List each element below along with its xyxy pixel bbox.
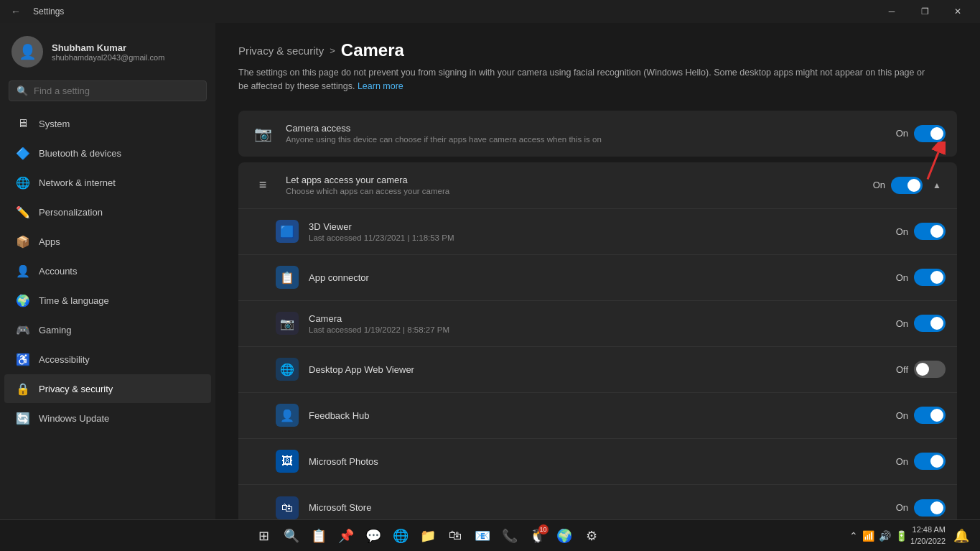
learn-more-link[interactable]: Learn more (358, 81, 403, 91)
personalization-nav-icon: ✏️ (16, 205, 30, 219)
sidebar-item-bluetooth[interactable]: 🔷 Bluetooth & devices (4, 139, 211, 167)
let-apps-state: On (873, 180, 885, 190)
search-taskbar[interactable]: 🔍 (279, 523, 304, 549)
breadcrumb-separator: > (330, 45, 335, 56)
taskbar-time[interactable]: 12:48 AM 1/20/2022 (910, 524, 946, 547)
app-toggle-0[interactable] (914, 223, 946, 240)
update-nav-label: Windows Update (39, 413, 109, 424)
camera-access-toggle[interactable] (914, 125, 946, 142)
sidebar-item-gaming[interactable]: 🎮 Gaming (4, 315, 211, 344)
gaming-nav-icon: 🎮 (16, 323, 30, 337)
description-text: The settings on this page do not prevent… (238, 68, 925, 91)
app-list-container: 🟦 3D Viewer Last accessed 11/23/2021 | 1… (238, 209, 957, 520)
system-nav-label: System (39, 119, 70, 129)
app-text-2: Camera Last accessed 1/19/2022 | 8:58:27… (309, 313, 885, 334)
accounts-nav-icon: 👤 (16, 264, 30, 278)
let-apps-expand-btn[interactable]: ▲ (928, 177, 946, 194)
privacy-nav-label: Privacy & security (39, 384, 113, 394)
personalization-nav-label: Personalization (39, 207, 103, 218)
sidebar-item-system[interactable]: 🖥 System (4, 109, 211, 138)
notification-btn[interactable]: 🔔 (948, 523, 974, 549)
sidebar-item-time[interactable]: 🌍 Time & language (4, 286, 211, 315)
app-text-5: Microsoft Photos (309, 456, 885, 467)
skype-btn[interactable]: 📞 (497, 523, 523, 549)
avatar: 👤 (11, 36, 43, 68)
app-toggle-2[interactable] (914, 315, 946, 332)
app-toggle-4[interactable] (914, 407, 946, 424)
sidebar-item-privacy[interactable]: 🔒 Privacy & security (4, 374, 211, 403)
camera-access-icon: 📷 (250, 121, 276, 147)
app-state-4: On (896, 410, 908, 421)
app-name-4: Feedback Hub (309, 410, 885, 421)
sidebar: 👤 Shubham Kumar shubhamdayal2043@gmail.c… (0, 23, 215, 519)
user-email: shubhamdayal2043@gmail.com (52, 53, 164, 62)
sidebar-item-personalization[interactable]: ✏️ Personalization (4, 198, 211, 226)
app-name-0: 3D Viewer (309, 221, 885, 232)
let-apps-desc: Choose which apps can access your camera (286, 187, 862, 195)
chrome-btn[interactable]: 🌍 (551, 523, 577, 549)
app-toggle-track-4 (914, 407, 946, 424)
let-apps-toggle[interactable] (891, 177, 923, 194)
breadcrumb-parent[interactable]: Privacy & security (238, 45, 324, 57)
let-apps-icon: ≡ (250, 172, 276, 198)
sidebar-item-apps[interactable]: 📦 Apps (4, 227, 211, 256)
breadcrumb-current: Camera (341, 40, 404, 60)
whatsapp-btn[interactable]: 🐧 10 (524, 523, 550, 549)
search-icon: 🔍 (17, 85, 28, 96)
sidebar-item-update[interactable]: 🔄 Windows Update (4, 404, 211, 432)
app-toggle-1[interactable] (914, 269, 946, 286)
back-button[interactable]: ← (6, 1, 26, 22)
explorer-btn[interactable]: 📁 (415, 523, 441, 549)
sidebar-item-accounts[interactable]: 👤 Accounts (4, 256, 211, 285)
app-control-2: On (896, 315, 946, 332)
breadcrumb: Privacy & security > Camera (238, 40, 957, 60)
app-toggle-track-3 (914, 361, 946, 378)
app-subtitle-0: Last accessed 11/23/2021 | 1:18:53 PM (309, 233, 885, 242)
edge-btn[interactable]: 🌐 (388, 523, 414, 549)
time-nav-label: Time & language (39, 295, 109, 306)
search-input[interactable] (34, 85, 199, 96)
network-icon[interactable]: 📶 (862, 530, 874, 542)
volume-icon[interactable]: 🔊 (879, 530, 891, 542)
camera-access-toggle-thumb (930, 127, 943, 140)
taskview-btn[interactable]: 📋 (306, 523, 332, 549)
app-toggle-6[interactable] (914, 499, 946, 517)
app-control-0: On (896, 223, 946, 240)
settings-taskbar-btn[interactable]: ⚙ (579, 523, 605, 549)
minimize-button[interactable]: ─ (875, 0, 908, 23)
app-toggle-track-6 (914, 499, 946, 517)
teams-btn[interactable]: 💬 (360, 523, 386, 549)
maximize-button[interactable]: ❐ (908, 0, 941, 23)
app-toggle-5[interactable] (914, 453, 946, 470)
start-button[interactable]: ⊞ (251, 523, 277, 549)
app-toggle-thumb-6 (930, 501, 943, 514)
app-toggle-thumb-5 (930, 455, 943, 468)
app-toggle-3[interactable] (914, 361, 946, 378)
user-name: Shubham Kumar (52, 42, 164, 53)
app-text-1: App connector (309, 272, 885, 283)
titlebar-title: Settings (33, 6, 64, 17)
app-name-1: App connector (309, 272, 885, 283)
app-name-3: Desktop App Web Viewer (309, 364, 885, 375)
search-box[interactable]: 🔍 (9, 80, 207, 101)
close-button[interactable]: ✕ (941, 0, 974, 23)
mail-btn[interactable]: 📧 (470, 523, 495, 549)
app-control-3: Off (896, 361, 946, 378)
battery-icon[interactable]: 🔋 (895, 530, 907, 542)
app-body: 👤 Shubham Kumar shubhamdayal2043@gmail.c… (0, 23, 980, 519)
store-btn[interactable]: 🛍 (442, 523, 468, 549)
apps-nav-icon: 📦 (16, 234, 30, 249)
widgets-btn[interactable]: 📌 (333, 523, 359, 549)
app-list-item: 👤 Feedback Hub On (238, 393, 957, 439)
sidebar-item-accessibility[interactable]: ♿ Accessibility (4, 345, 211, 374)
system-nav-icon: 🖥 (16, 116, 30, 131)
sidebar-item-network[interactable]: 🌐 Network & internet (4, 168, 211, 197)
taskbar-right: ⌃ 📶 🔊 🔋 12:48 AM 1/20/2022 🔔 (849, 523, 974, 549)
time-nav-icon: 🌍 (16, 293, 30, 307)
camera-access-text: Camera access Anyone using this device c… (286, 123, 885, 144)
tray-chevron[interactable]: ⌃ (849, 530, 858, 542)
app-text-3: Desktop App Web Viewer (309, 364, 885, 375)
app-control-4: On (896, 407, 946, 424)
app-list-item: 🟦 3D Viewer Last accessed 11/23/2021 | 1… (238, 209, 957, 255)
titlebar-controls: ─ ❐ ✕ (875, 0, 974, 23)
